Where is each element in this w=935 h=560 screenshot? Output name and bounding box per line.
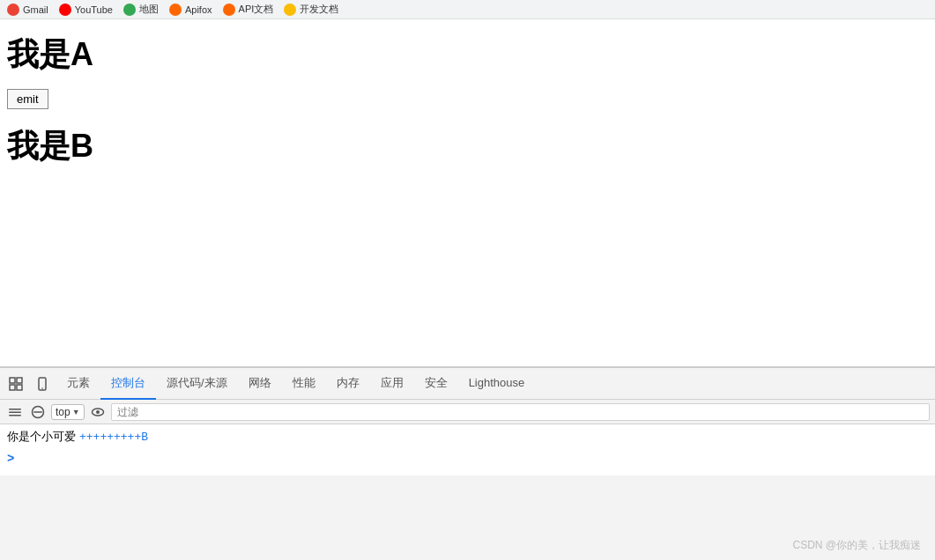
tab-network[interactable]: 网络 xyxy=(238,368,282,400)
emit-button[interactable]: emit xyxy=(7,89,48,109)
devtools-panel: 元素 控制台 源代码/来源 网络 性能 内存 应用 安全 Lighthouse xyxy=(0,366,935,560)
console-text-extra-1: +++++++++B xyxy=(79,430,148,446)
console-text-main-1: 你是个小可爱 xyxy=(7,430,76,446)
console-filter-input[interactable] xyxy=(111,403,930,421)
svg-point-12 xyxy=(96,410,100,414)
bookmark-gmail[interactable]: Gmail xyxy=(7,4,48,16)
dev-docs-label: 开发文档 xyxy=(300,3,338,16)
tab-sources[interactable]: 源代码/来源 xyxy=(156,368,238,400)
svg-rect-0 xyxy=(10,378,15,383)
console-line-1: 你是个小可爱 +++++++++B xyxy=(7,428,928,447)
devtools-tab-bar: 元素 控制台 源代码/来源 网络 性能 内存 应用 安全 Lighthouse xyxy=(0,368,935,400)
svg-point-5 xyxy=(41,387,43,389)
gmail-favicon xyxy=(7,4,19,16)
svg-rect-8 xyxy=(9,415,21,416)
apifox-label: Apifox xyxy=(185,4,212,15)
svg-rect-3 xyxy=(17,385,22,390)
bookmark-apifox[interactable]: Apifox xyxy=(169,4,212,16)
youtube-label: YouTube xyxy=(75,4,113,15)
heading-a: 我是A xyxy=(7,33,928,77)
bookmark-maps[interactable]: 地图 xyxy=(123,3,159,16)
page-content: 我是A emit 我是B xyxy=(0,19,935,182)
api-docs-label: API文档 xyxy=(239,3,274,16)
svg-rect-2 xyxy=(10,385,15,390)
eye-icon-button[interactable] xyxy=(88,402,108,422)
context-top-dropdown[interactable]: top ▼ xyxy=(51,404,85,420)
youtube-favicon xyxy=(59,4,71,16)
svg-rect-7 xyxy=(9,411,21,413)
tab-memory[interactable]: 内存 xyxy=(326,368,370,400)
heading-b: 我是B xyxy=(7,125,928,168)
clear-console-icon-button[interactable] xyxy=(5,402,25,422)
tab-security[interactable]: 安全 xyxy=(414,368,458,400)
tab-lighthouse[interactable]: Lighthouse xyxy=(458,368,536,400)
svg-rect-1 xyxy=(17,378,22,383)
inspect-icon-button[interactable] xyxy=(4,372,28,396)
console-output-area: 你是个小可爱 +++++++++B > xyxy=(0,424,935,475)
bookmark-dev-docs[interactable]: 开发文档 xyxy=(284,3,338,16)
console-toolbar: top ▼ xyxy=(0,400,935,424)
browser-bookmarks-bar: Gmail YouTube 地图 Apifox API文档 开发文档 xyxy=(0,0,935,19)
console-prompt-line[interactable]: > xyxy=(7,447,928,472)
top-dropdown-label: top xyxy=(56,406,70,418)
console-prompt-symbol[interactable]: > xyxy=(7,449,14,470)
dev-docs-favicon xyxy=(284,4,296,16)
tab-console[interactable]: 控制台 xyxy=(100,368,156,400)
watermark: CSDN @你的美，让我痴迷 xyxy=(792,538,921,553)
maps-favicon xyxy=(123,4,136,16)
gmail-label: Gmail xyxy=(23,4,48,15)
no-entry-icon-button[interactable] xyxy=(28,402,48,422)
api-docs-favicon xyxy=(223,4,235,16)
tab-application[interactable]: 应用 xyxy=(370,368,414,400)
chevron-down-icon: ▼ xyxy=(72,408,80,416)
tab-elements[interactable]: 元素 xyxy=(56,368,100,400)
tab-performance[interactable]: 性能 xyxy=(282,368,326,400)
bookmark-youtube[interactable]: YouTube xyxy=(59,4,113,16)
svg-rect-6 xyxy=(9,409,21,410)
mobile-device-icon-button[interactable] xyxy=(30,372,55,396)
bookmark-api-docs[interactable]: API文档 xyxy=(223,3,274,16)
apifox-favicon xyxy=(169,4,182,16)
maps-label: 地图 xyxy=(139,3,159,16)
